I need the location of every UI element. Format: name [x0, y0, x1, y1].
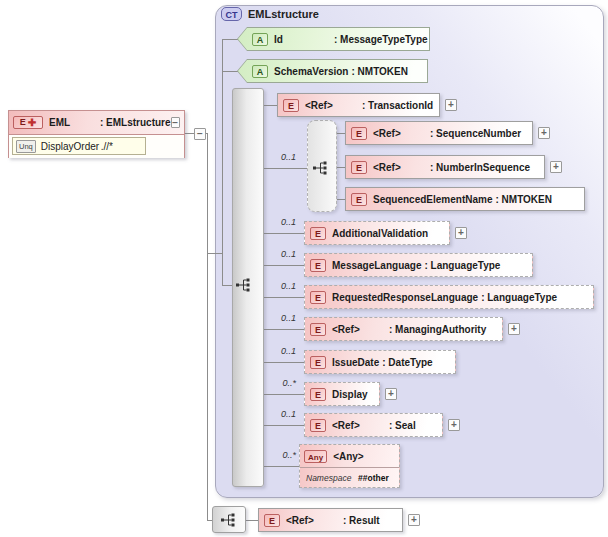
expand-toggle-sequencenumber[interactable]: + — [538, 127, 550, 139]
expand-toggle-result[interactable]: + — [408, 514, 420, 526]
unique-name: DisplayOrder — [41, 141, 101, 152]
element-name: <Ref> — [373, 162, 427, 173]
occurrence-label-display: 0..* — [252, 378, 296, 388]
element-icon: E — [310, 227, 326, 240]
connector-line — [264, 394, 304, 395]
sequence-icon — [313, 161, 330, 175]
element-additionalvalidation[interactable]: E AdditionalValidation — [304, 221, 450, 245]
element-icon: E — [310, 356, 326, 369]
element-name: RequestedResponseLanguage — [332, 292, 478, 303]
attribute-type: : MessageTypeType — [334, 34, 428, 45]
connector-line — [264, 265, 304, 266]
attribute-name: SchemaVersion — [274, 66, 348, 77]
element-messagelanguage[interactable]: E MessageLanguage : LanguageType — [304, 253, 533, 277]
occurrence-label-requestedresponselanguage: 0..1 — [252, 281, 296, 291]
expand-toggle-display[interactable]: + — [385, 388, 397, 400]
element-result[interactable]: E <Ref> : Result — [258, 508, 403, 532]
connector-line — [264, 168, 307, 169]
occurrence-label-seal: 0..1 — [252, 409, 296, 419]
connector-line — [222, 39, 238, 40]
complex-type-icon: CT — [221, 7, 242, 21]
element-type: : DateType — [382, 357, 432, 368]
element-type: : SequenceNumber — [430, 128, 521, 139]
element-eml-header: E✚ EML : EMLstructure − — [9, 111, 184, 135]
element-icon: E — [264, 514, 280, 527]
element-name: EML — [49, 117, 97, 128]
element-display[interactable]: E Display — [304, 382, 380, 406]
connector-line — [207, 133, 208, 521]
element-icon: E — [310, 419, 326, 432]
collapse-toggle-eml-children[interactable]: − — [194, 128, 206, 140]
namespace-value: ##other — [358, 473, 389, 483]
element-type: : TransactionId — [362, 100, 433, 111]
result-sequence-compositor[interactable] — [212, 506, 246, 533]
attribute-icon: A — [252, 65, 268, 78]
connector-line — [222, 71, 238, 72]
element-name: AdditionalValidation — [332, 228, 428, 239]
element-transactionid[interactable]: E <Ref> : TransactionId — [277, 93, 440, 117]
attribute-id[interactable]: A Id : MessageTypeType — [237, 27, 430, 51]
element-name: Display — [332, 389, 368, 400]
element-name: <Ref> — [286, 515, 340, 526]
element-name: SequencedElementName — [373, 194, 493, 205]
element-icon: E — [351, 193, 367, 206]
any-name: <Any> — [333, 451, 364, 462]
element-icon: E — [310, 323, 326, 336]
element-sequencenumber[interactable]: E <Ref> : SequenceNumber — [345, 121, 533, 145]
element-name: MessageLanguage — [332, 260, 421, 271]
sequence-icon — [221, 513, 238, 527]
element-icon: E — [310, 259, 326, 272]
element-numberinsequence[interactable]: E <Ref> : NumberInSequence — [345, 155, 545, 179]
element-seal[interactable]: E <Ref> : Seal — [304, 413, 443, 437]
element-icon: E — [351, 161, 367, 174]
expand-toggle-managingauthority[interactable]: + — [508, 323, 520, 335]
element-icon: E — [310, 291, 326, 304]
attribute-type: : NMTOKEN — [351, 66, 407, 77]
attribute-schemaversion[interactable]: A SchemaVersion : NMTOKEN — [237, 59, 428, 83]
expand-toggle-transactionid[interactable]: + — [445, 99, 457, 111]
connector-line — [264, 425, 304, 426]
occurrence-label-issuedate: 0..1 — [252, 346, 296, 356]
occurrence-label-any: 0..* — [252, 450, 296, 460]
element-type: : NMTOKEN — [496, 194, 552, 205]
element-issuedate[interactable]: E IssueDate : DateType — [304, 350, 456, 374]
connector-line — [264, 105, 277, 106]
element-type: : LanguageType — [481, 292, 557, 303]
element-name: IssueDate — [332, 357, 379, 368]
expand-toggle-additionalvalidation[interactable]: + — [455, 227, 467, 239]
xsd-diagram: CT EMLstructure E✚ EML : EMLstructure − … — [0, 0, 608, 537]
element-name: <Ref> — [332, 420, 386, 431]
element-icon: E — [310, 388, 326, 401]
expand-toggle-seal[interactable]: + — [448, 419, 460, 431]
element-requestedresponselanguage[interactable]: E RequestedResponseLanguage : LanguageTy… — [304, 285, 594, 309]
element-sequencedelementname[interactable]: E SequencedElementName : NMTOKEN — [345, 187, 585, 211]
expand-toggle-numberinsequence[interactable]: + — [550, 161, 562, 173]
element-eml[interactable]: E✚ EML : EMLstructure − Unq DisplayOrder… — [8, 110, 185, 158]
element-name: <Ref> — [373, 128, 427, 139]
attribute-name: Id — [274, 34, 331, 45]
element-any[interactable]: Any <Any> Namespace ##other — [299, 444, 400, 488]
element-type: : NumberInSequence — [430, 162, 530, 173]
element-name: <Ref> — [332, 324, 386, 335]
connector-line — [264, 466, 299, 467]
element-eml-body: Unq DisplayOrder .//* — [9, 135, 184, 158]
occurrence-label-group: 0..1 — [252, 152, 296, 162]
element-type: : LanguageType — [424, 260, 500, 271]
unique-constraint[interactable]: Unq DisplayOrder .//* — [12, 137, 146, 155]
occurrence-label-additionalvalidation: 0..1 — [252, 217, 296, 227]
element-type: : Result — [343, 515, 380, 526]
namespace-label: Namespace — [306, 473, 358, 483]
element-managingauthority[interactable]: E <Ref> : ManagingAuthority — [304, 317, 503, 341]
unique-selector: .//* — [101, 141, 113, 152]
collapse-toggle[interactable]: − — [171, 117, 180, 128]
connector-line — [264, 297, 304, 298]
occurrence-label-managingauthority: 0..1 — [252, 313, 296, 323]
connector-line — [264, 329, 304, 330]
connector-line — [264, 233, 304, 234]
connector-line — [207, 253, 223, 254]
unique-icon: Unq — [16, 140, 36, 153]
element-type: : EMLstructure — [100, 117, 171, 128]
element-with-attributes-icon: E✚ — [13, 116, 43, 129]
connector-line — [264, 362, 304, 363]
connector-line — [337, 167, 345, 168]
